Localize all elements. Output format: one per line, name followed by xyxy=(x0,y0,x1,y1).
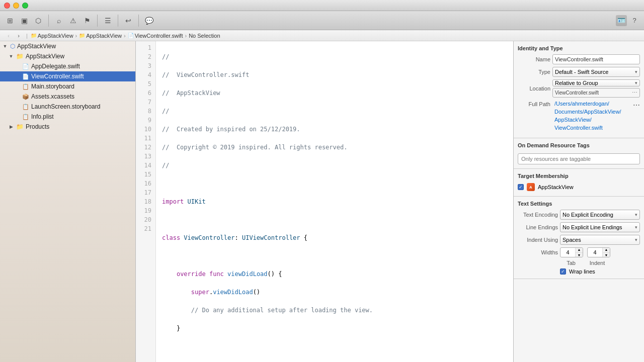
maximize-button[interactable] xyxy=(22,3,28,9)
location-select-arrow: ▾ xyxy=(635,80,637,85)
line-numbers: 12345 678910 1112131415 1617181920 21 xyxy=(136,41,156,362)
line-endings-label: Line Endings xyxy=(518,224,558,230)
indent-stepper-buttons[interactable]: ▲ ▼ xyxy=(603,247,610,257)
location-label: Location xyxy=(518,85,550,92)
flag-icon[interactable]: ⚑ xyxy=(81,15,93,27)
sidebar-item-assets[interactable]: 📦 Assets.xcassets xyxy=(0,92,135,102)
membership-app-name: AppStackView xyxy=(538,184,574,190)
fullpath-line4[interactable]: ViewController.swift xyxy=(554,124,631,131)
code-content[interactable]: // // ViewController.swift // AppStackVi… xyxy=(156,41,513,362)
toolbar-sep-4 xyxy=(138,15,139,27)
identity-and-type-section: Identity and Type Name Type Default - Sw… xyxy=(514,41,644,138)
editor-content[interactable]: 12345 678910 1112131415 1617181920 21 //… xyxy=(136,41,513,362)
sidebar-item-group[interactable]: ▼ 📁 AppStackView xyxy=(0,51,135,61)
fullpath-reveal-icon[interactable]: ⋯ xyxy=(633,101,640,109)
main-area: ▼ ⬡ AppStackView ▼ 📁 AppStackView 📄 AppD… xyxy=(0,41,644,362)
titlebar xyxy=(0,0,644,11)
sidebar-item-mainstoryboard[interactable]: 📋 Main.storyboard xyxy=(0,81,135,92)
membership-row: ✓ A AppStackView xyxy=(518,182,640,192)
name-label: Name xyxy=(518,56,550,62)
text-settings-title: Text Settings xyxy=(518,201,640,207)
target-membership-section: Target Membership ✓ A AppStackView xyxy=(514,169,644,197)
fullpath-line1[interactable]: /Users/ahmeterdogan/ xyxy=(554,100,631,107)
sidebar-item-products[interactable]: ▶ 📁 Products xyxy=(0,122,135,132)
encoding-select[interactable]: No Explicit Encoding ▾ xyxy=(560,210,640,220)
name-input[interactable] xyxy=(552,54,640,64)
membership-section-title: Target Membership xyxy=(518,173,640,179)
fullpath-line3[interactable]: AppStackView/ xyxy=(554,116,631,123)
type-label: Type xyxy=(518,69,550,75)
tab-stepper[interactable]: 4 ▲ ▼ xyxy=(560,247,583,257)
indent-stepper[interactable]: 4 ▲ ▼ xyxy=(587,247,610,257)
breadcrumb-arrow-2: › xyxy=(124,33,126,39)
line-endings-select[interactable]: No Explicit Line Endings ▾ xyxy=(560,222,640,232)
breadcrumb-arrow-3: › xyxy=(185,33,187,39)
indent-increment[interactable]: ▲ xyxy=(603,247,610,253)
sidebar-item-viewcontroller[interactable]: 📄 ViewController.swift xyxy=(0,71,135,81)
indent-label: Indent xyxy=(586,260,608,266)
sidebar-item-infoplist[interactable]: 📋 Info.plist xyxy=(0,112,135,122)
tab-decrement[interactable]: ▼ xyxy=(576,253,583,258)
line-endings-select-arrow: ▾ xyxy=(635,225,637,230)
list-icon[interactable]: ☰ xyxy=(102,15,114,27)
close-button[interactable] xyxy=(4,3,10,9)
minimize-button[interactable] xyxy=(13,3,19,9)
toolbar: ⊞ ▣ ⬡ ⌕ ⚠ ⚑ ☰ ↩ 💬 🪪 ? xyxy=(0,11,644,30)
toolbar-sep-1 xyxy=(48,15,49,27)
location-file-text: ViewController.swift xyxy=(555,90,632,96)
help-inspector-icon[interactable]: ? xyxy=(629,15,640,26)
indent-using-select[interactable]: Spaces ▾ xyxy=(560,235,640,245)
save-icon[interactable]: ⬡ xyxy=(32,15,44,27)
folder-icon[interactable]: ▣ xyxy=(18,15,30,27)
sidebar-item-appdelegate[interactable]: 📄 AppDelegate.swift xyxy=(0,61,135,71)
identity-section-title: Identity and Type xyxy=(518,45,640,51)
tab-value: 4 xyxy=(560,248,576,257)
search-icon[interactable]: ⌕ xyxy=(53,15,65,27)
location-file-container: ViewController.swift ⋯ xyxy=(552,88,640,98)
tab-increment[interactable]: ▲ xyxy=(576,247,583,253)
line-endings-row: Line Endings No Explicit Line Endings ▾ xyxy=(518,222,640,232)
breadcrumb-item-2[interactable]: 📁 AppStackView xyxy=(79,33,122,39)
comment-icon[interactable]: 💬 xyxy=(143,15,155,27)
fullpath-container: /Users/ahmeterdogan/ Documents/AppStackV… xyxy=(554,100,631,131)
toolbar-sep-2 xyxy=(97,15,98,27)
on-demand-tags-section: On Demand Resource Tags xyxy=(514,138,644,169)
project-disclosure: ▼ xyxy=(2,43,8,49)
location-select[interactable]: Relative to Group ▾ xyxy=(552,79,640,86)
breadcrumb-item-3[interactable]: 📄 ViewController.swift xyxy=(128,33,183,39)
encoding-row: Text Encoding No Explicit Encoding ▾ xyxy=(518,210,640,220)
membership-app-icon: A xyxy=(527,183,535,191)
wrap-lines-checkbox[interactable]: ✓ xyxy=(560,268,566,275)
sidebar-item-launchscreen[interactable]: 📋 LaunchScreen.storyboard xyxy=(0,102,135,112)
name-row: Name xyxy=(518,54,640,64)
location-browse-icon[interactable]: ⋯ xyxy=(632,89,637,96)
indent-decrement[interactable]: ▼ xyxy=(603,253,610,258)
forward-button[interactable]: › xyxy=(14,31,23,40)
widths-label: Widths xyxy=(518,249,558,255)
widths-labels: Tab Indent xyxy=(560,260,640,266)
indent-value: 4 xyxy=(588,248,603,257)
text-settings-section: Text Settings Text Encoding No Explicit … xyxy=(514,197,644,279)
fullpath-line2[interactable]: Documents/AppStackView/ xyxy=(554,108,631,115)
tags-input[interactable] xyxy=(518,153,640,164)
breadcrumb-item-1[interactable]: 📁 AppStackView xyxy=(31,33,73,39)
undo-icon[interactable]: ↩ xyxy=(122,15,134,27)
group-disclosure: ▼ xyxy=(8,53,14,59)
encoding-label: Text Encoding xyxy=(518,212,558,218)
back-button[interactable]: ‹ xyxy=(4,31,13,40)
grid-icon[interactable]: ⊞ xyxy=(4,15,16,27)
warning-icon[interactable]: ⚠ xyxy=(67,15,79,27)
editor[interactable]: 12345 678910 1112131415 1617181920 21 //… xyxy=(136,41,513,362)
sidebar: ▼ ⬡ AppStackView ▼ 📁 AppStackView 📄 AppD… xyxy=(0,41,136,362)
sidebar-item-project[interactable]: ▼ ⬡ AppStackView xyxy=(0,41,135,51)
tab-stepper-buttons[interactable]: ▲ ▼ xyxy=(576,247,583,257)
widths-row: Widths 4 ▲ ▼ 4 ▲ ▼ xyxy=(518,247,640,257)
type-select-arrow: ▾ xyxy=(635,69,637,74)
breadcrumb-item-4[interactable]: No Selection xyxy=(189,33,220,39)
wrap-lines-label: Wrap lines xyxy=(569,268,595,275)
identity-inspector-icon[interactable]: 🪪 xyxy=(616,15,627,26)
inspector: Identity and Type Name Type Default - Sw… xyxy=(513,41,644,362)
membership-checkbox[interactable]: ✓ xyxy=(518,184,524,190)
type-select[interactable]: Default - Swift Source ▾ xyxy=(552,67,640,77)
location-row: Location Relative to Group ▾ ViewControl… xyxy=(518,79,640,98)
